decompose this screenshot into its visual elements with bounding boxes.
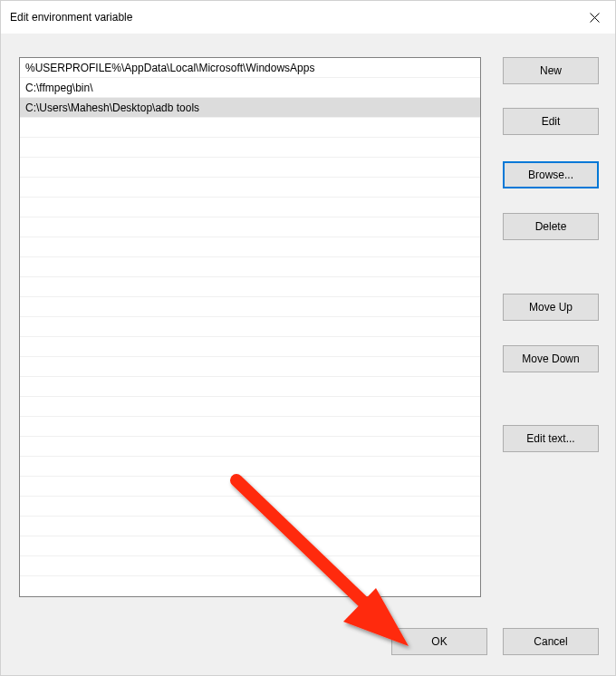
list-item[interactable] xyxy=(20,337,480,357)
list-item[interactable] xyxy=(20,556,480,576)
list-item[interactable]: C:\Users\Mahesh\Desktop\adb tools xyxy=(20,98,480,118)
cancel-button[interactable]: Cancel xyxy=(503,628,599,655)
delete-button[interactable]: Delete xyxy=(503,213,599,240)
list-item[interactable] xyxy=(20,138,480,158)
list-item[interactable] xyxy=(20,178,480,198)
edit-text-button[interactable]: Edit text... xyxy=(503,425,599,452)
list-item[interactable] xyxy=(20,158,480,178)
window-title: Edit environment variable xyxy=(10,11,132,24)
list-item[interactable] xyxy=(20,118,480,138)
list-item[interactable] xyxy=(20,237,480,257)
list-item[interactable] xyxy=(20,357,480,377)
list-item[interactable] xyxy=(20,437,480,457)
list-item[interactable] xyxy=(20,277,480,297)
list-item[interactable] xyxy=(20,377,480,397)
close-button[interactable] xyxy=(573,1,615,34)
move-down-button[interactable]: Move Down xyxy=(503,345,599,372)
list-item[interactable] xyxy=(20,297,480,317)
new-button[interactable]: New xyxy=(503,57,599,84)
list-item[interactable] xyxy=(20,517,480,536)
list-item[interactable] xyxy=(20,457,480,477)
path-list[interactable]: %USERPROFILE%\AppData\Local\Microsoft\Wi… xyxy=(19,57,481,597)
list-item[interactable] xyxy=(20,217,480,237)
list-item[interactable] xyxy=(20,477,480,497)
move-up-button[interactable]: Move Up xyxy=(503,294,599,321)
ok-button[interactable]: OK xyxy=(391,628,487,655)
close-icon xyxy=(590,13,600,23)
list-item[interactable] xyxy=(20,417,480,437)
list-item[interactable] xyxy=(20,317,480,337)
list-item[interactable] xyxy=(20,198,480,217)
titlebar: Edit environment variable xyxy=(1,1,615,34)
edit-button[interactable]: Edit xyxy=(503,108,599,135)
edit-env-var-dialog: Edit environment variable %USERPROFILE%\… xyxy=(0,0,616,676)
list-item[interactable] xyxy=(20,497,480,517)
list-item[interactable] xyxy=(20,397,480,417)
list-item[interactable] xyxy=(20,536,480,556)
list-item[interactable]: C:\ffmpeg\bin\ xyxy=(20,78,480,98)
browse-button[interactable]: Browse... xyxy=(503,161,599,188)
list-item[interactable]: %USERPROFILE%\AppData\Local\Microsoft\Wi… xyxy=(20,58,480,78)
list-item[interactable] xyxy=(20,257,480,277)
